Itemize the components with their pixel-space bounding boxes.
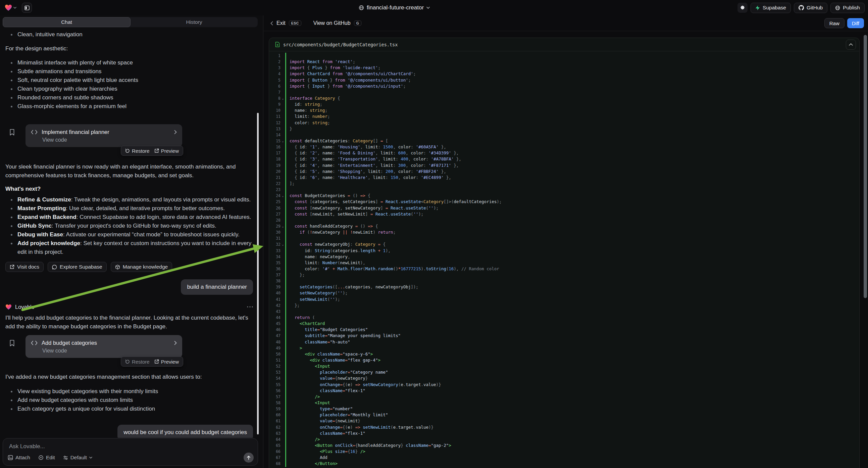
code-line-text: };: [285, 272, 859, 278]
code-line-text: subtitle="Manage your spending limits": [285, 333, 859, 339]
chat-scroll-area[interactable]: Clean, intuitive navigation For the desi…: [0, 28, 263, 438]
fold-gutter: [280, 448, 285, 455]
code-line-text: onChange={(e) => setNewCategory(e.target…: [285, 382, 859, 388]
fold-gutter: [280, 327, 285, 333]
code-line-text: placeholder="Category name": [285, 369, 859, 375]
g-key-badge: G: [354, 21, 362, 26]
preview-button[interactable]: Preview: [154, 359, 179, 364]
line-number: 64: [269, 436, 280, 442]
diff-toggle-button[interactable]: Diff: [847, 18, 864, 28]
preview-label: Preview: [161, 359, 179, 364]
manage-knowledge-button[interactable]: Manage knowledge: [111, 262, 172, 272]
fold-chevron-icon[interactable]: ⌄: [280, 95, 285, 101]
code-line-text: </Button>: [285, 461, 859, 467]
external-link-icon: [154, 148, 159, 153]
fold-gutter: [280, 101, 285, 108]
supabase-button[interactable]: Supabase: [750, 3, 791, 13]
raw-toggle-button[interactable]: Raw: [825, 18, 844, 28]
code-scrollbar[interactable]: [864, 35, 867, 298]
send-button[interactable]: [244, 452, 254, 463]
bookmark-icon[interactable]: [9, 129, 15, 136]
code-line-text: [285, 235, 859, 241]
edit-button[interactable]: Edit: [38, 455, 55, 461]
fold-chevron-icon[interactable]: ⌄: [280, 241, 285, 247]
code-line: 49 >: [269, 345, 859, 351]
fold-chevron-icon[interactable]: ⌄: [280, 138, 285, 144]
explore-supabase-button[interactable]: Explore Supabase: [48, 262, 107, 272]
restore-button[interactable]: Restore: [125, 359, 150, 364]
line-number: 9: [269, 101, 280, 108]
chevron-down-icon: [89, 457, 92, 459]
code-line-text: const defaultCategories: Category[] = [: [285, 138, 859, 144]
code-line-text: />: [285, 394, 859, 400]
code-line-text: const handleAddCategory = () => {: [285, 223, 859, 229]
list-item: Minimalist interface with plenty of whit…: [10, 58, 253, 67]
code-line-text: import { Input } from '@/components/ui/i…: [285, 83, 859, 89]
code-line: 42 };: [269, 302, 859, 309]
code-line-text: className="h-auto": [285, 339, 859, 345]
collapse-file-button[interactable]: [846, 39, 856, 50]
fold-chevron-icon[interactable]: ⌄: [280, 223, 285, 229]
code-line: 61 value={newLimit}: [269, 418, 859, 424]
fold-gutter: [280, 302, 285, 309]
fold-gutter: [280, 442, 285, 448]
list-item: Rounded corners and subtle shadows: [10, 93, 253, 102]
code-line: 31: [269, 235, 859, 241]
tab-history[interactable]: History: [130, 17, 258, 27]
preview-button[interactable]: Preview: [154, 148, 179, 154]
github-button[interactable]: GitHub: [794, 3, 828, 13]
message-menu-icon[interactable]: [247, 306, 253, 308]
chevron-left-icon[interactable]: [271, 21, 273, 26]
tab-chat[interactable]: Chat: [3, 17, 130, 27]
code-line-text: const [newCategory, setNewCategory] = Re…: [285, 205, 859, 211]
code-line-text: const [newLimit, setNewLimit] = React.us…: [285, 211, 859, 217]
line-number: 46: [269, 327, 280, 333]
settings-button[interactable]: [738, 3, 748, 13]
attach-button[interactable]: Attach: [8, 455, 30, 461]
esc-key-badge: ESC: [289, 21, 301, 26]
preview-label: Preview: [161, 148, 179, 154]
code-line-text: <Button onClick={handleAddCategory} clas…: [285, 442, 859, 448]
line-number: 31: [269, 235, 280, 241]
project-switcher[interactable]: financial-future-creator: [359, 0, 430, 16]
chevron-right-icon[interactable]: [174, 341, 177, 345]
mode-select[interactable]: Default: [63, 455, 92, 461]
fold-gutter: [280, 235, 285, 241]
list-item: GitHub Sync: Transfer your project's cod…: [10, 222, 253, 230]
version-title: Implement financial planner: [41, 129, 170, 135]
view-code-link[interactable]: View code: [42, 136, 177, 144]
chevron-right-icon[interactable]: [174, 130, 177, 134]
fold-gutter: [280, 59, 285, 65]
version-card-row: Implement financial planner: [31, 127, 177, 136]
code-line: 63 className="flex-1": [269, 430, 859, 436]
globe-icon: [359, 5, 364, 10]
fold-chevron-icon[interactable]: ⌄: [280, 193, 285, 199]
github-icon: [799, 5, 804, 10]
ask-input[interactable]: [9, 443, 210, 450]
line-number: 66: [269, 448, 280, 455]
version-card[interactable]: Implement financial planner View code Re…: [26, 124, 182, 147]
file-card-header[interactable]: src/components/budget/BudgetCategories.t…: [269, 38, 859, 51]
view-on-github-button[interactable]: View on GitHub: [313, 20, 351, 26]
visit-docs-button[interactable]: Visit docs: [5, 262, 43, 272]
line-number: 30: [269, 229, 280, 235]
code-line: 30 if (!newCategory || !newLimit) return…: [269, 229, 859, 235]
chat-scrollbar[interactable]: [257, 113, 259, 434]
code-view-header-left: Exit ESC View on GitHub G: [264, 20, 361, 26]
version-card[interactable]: Add budget categories View code Restore: [26, 335, 182, 358]
code-line: 68 </Button>: [269, 461, 859, 467]
lovable-logo-menu[interactable]: [5, 4, 17, 11]
view-code-link[interactable]: View code: [42, 347, 177, 354]
code-line: 10 name: string;: [269, 108, 859, 114]
line-number: 68: [269, 461, 280, 467]
code-line: 6import { Input } from '@/components/ui/…: [269, 83, 859, 89]
publish-button[interactable]: Publish: [830, 3, 865, 13]
bookmark-icon[interactable]: [9, 340, 15, 347]
fold-gutter: [280, 144, 285, 150]
restore-button[interactable]: Restore: [125, 148, 150, 154]
fold-gutter: [280, 156, 285, 162]
fold-gutter: [280, 406, 285, 412]
fold-gutter: [280, 248, 285, 254]
toggle-sidebar-button[interactable]: [22, 3, 32, 13]
exit-button[interactable]: Exit: [276, 20, 285, 26]
